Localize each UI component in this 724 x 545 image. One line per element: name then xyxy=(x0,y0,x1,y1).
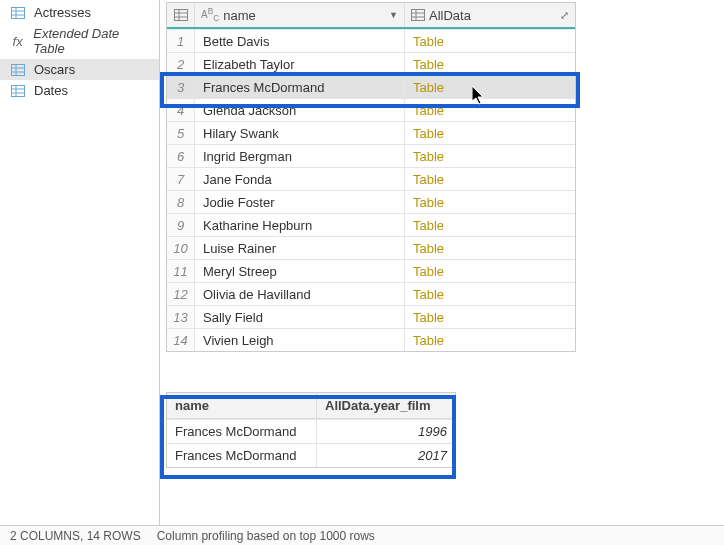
table-row[interactable]: 7 Jane Fonda Table xyxy=(167,167,575,190)
row-number: 11 xyxy=(167,260,195,282)
content-area: ABC name ▼ AllData ⤢ 1 Bette Davis Table xyxy=(160,0,724,525)
preview-cell-name: Frances McDormand xyxy=(167,419,317,443)
sidebar-item-dates[interactable]: Dates xyxy=(0,80,159,101)
table-row[interactable]: 6 Ingrid Bergman Table xyxy=(167,144,575,167)
table-row[interactable]: 13 Sally Field Table xyxy=(167,305,575,328)
text-type-icon: ABC xyxy=(201,6,219,23)
column-label: AllData xyxy=(429,8,471,23)
table-row[interactable]: 9 Katharine Hepburn Table xyxy=(167,213,575,236)
table-row[interactable]: 1 Bette Davis Table xyxy=(167,29,575,52)
table-row[interactable]: 5 Hilary Swank Table xyxy=(167,121,575,144)
queries-sidebar: Actresses fx Extended Date Table Oscars … xyxy=(0,0,160,525)
cell-alldata[interactable]: Table xyxy=(405,329,575,351)
sidebar-item-label: Extended Date Table xyxy=(33,26,149,56)
svg-rect-8 xyxy=(12,85,25,96)
sidebar-item-oscars[interactable]: Oscars xyxy=(0,59,159,80)
table-icon xyxy=(10,63,26,77)
cell-name[interactable]: Luise Rainer xyxy=(195,237,405,259)
table-icon xyxy=(10,84,26,98)
row-number: 9 xyxy=(167,214,195,236)
preview-cell-year: 2017 xyxy=(317,443,455,467)
cell-alldata[interactable]: Table xyxy=(405,30,575,52)
cell-name[interactable]: Vivien Leigh xyxy=(195,329,405,351)
cell-alldata[interactable]: Table xyxy=(405,283,575,305)
row-number: 4 xyxy=(167,99,195,121)
preview-row[interactable]: Frances McDormand 2017 xyxy=(167,443,455,467)
preview-cell-year: 1996 xyxy=(317,419,455,443)
svg-rect-4 xyxy=(12,64,25,75)
status-bar: 2 COLUMNS, 14 ROWS Column profiling base… xyxy=(0,525,724,545)
table-type-icon xyxy=(411,9,425,21)
row-number: 6 xyxy=(167,145,195,167)
cell-name[interactable]: Ingrid Bergman xyxy=(195,145,405,167)
cell-name[interactable]: Jane Fonda xyxy=(195,168,405,190)
table-row[interactable]: 4 Glenda Jackson Table xyxy=(167,98,575,121)
preview-header-row: name AllData.year_film xyxy=(167,393,455,419)
sidebar-item-label: Oscars xyxy=(34,62,75,77)
cell-name[interactable]: Glenda Jackson xyxy=(195,99,405,121)
preview-table: name AllData.year_film Frances McDormand… xyxy=(166,392,456,468)
cell-name[interactable]: Jodie Foster xyxy=(195,191,405,213)
preview-header-name[interactable]: name xyxy=(167,393,317,419)
expand-icon[interactable]: ⤢ xyxy=(560,9,569,22)
cell-alldata[interactable]: Table xyxy=(405,191,575,213)
cell-name[interactable]: Sally Field xyxy=(195,306,405,328)
row-number: 5 xyxy=(167,122,195,144)
row-number: 1 xyxy=(167,30,195,52)
data-grid: ABC name ▼ AllData ⤢ 1 Bette Davis Table xyxy=(166,2,576,352)
cell-name[interactable]: Katharine Hepburn xyxy=(195,214,405,236)
table-icon xyxy=(10,6,26,20)
row-number: 3 xyxy=(167,76,195,98)
cell-name[interactable]: Olivia de Havilland xyxy=(195,283,405,305)
row-number: 12 xyxy=(167,283,195,305)
sidebar-item-label: Actresses xyxy=(34,5,91,20)
row-number: 13 xyxy=(167,306,195,328)
preview-row[interactable]: Frances McDormand 1996 xyxy=(167,419,455,443)
row-number: 14 xyxy=(167,329,195,351)
row-number: 8 xyxy=(167,191,195,213)
sidebar-item-extended-date-table[interactable]: fx Extended Date Table xyxy=(0,23,159,59)
row-number: 10 xyxy=(167,237,195,259)
dropdown-icon[interactable]: ▼ xyxy=(389,10,398,20)
table-icon xyxy=(174,9,188,21)
cell-alldata[interactable]: Table xyxy=(405,53,575,75)
fx-icon: fx xyxy=(10,34,25,48)
cell-name[interactable]: Bette Davis xyxy=(195,30,405,52)
row-number: 7 xyxy=(167,168,195,190)
status-profiling: Column profiling based on top 1000 rows xyxy=(157,529,375,543)
column-header-alldata[interactable]: AllData ⤢ xyxy=(405,3,575,27)
table-row[interactable]: 2 Elizabeth Taylor Table xyxy=(167,52,575,75)
status-columns-rows: 2 COLUMNS, 14 ROWS xyxy=(10,529,141,543)
preview-header-year[interactable]: AllData.year_film xyxy=(317,393,455,419)
svg-rect-0 xyxy=(12,7,25,18)
cell-name[interactable]: Elizabeth Taylor xyxy=(195,53,405,75)
grid-header-row: ABC name ▼ AllData ⤢ xyxy=(167,3,575,29)
column-header-name[interactable]: ABC name ▼ xyxy=(195,3,405,27)
table-row[interactable]: 11 Meryl Streep Table xyxy=(167,259,575,282)
cell-name[interactable]: Frances McDormand xyxy=(195,76,405,98)
table-row[interactable]: 8 Jodie Foster Table xyxy=(167,190,575,213)
cell-alldata[interactable]: Table xyxy=(405,76,575,98)
preview-cell-name: Frances McDormand xyxy=(167,443,317,467)
row-index-header[interactable] xyxy=(167,3,195,27)
sidebar-item-actresses[interactable]: Actresses xyxy=(0,2,159,23)
svg-rect-12 xyxy=(174,10,187,21)
svg-rect-16 xyxy=(412,10,425,21)
cell-alldata[interactable]: Table xyxy=(405,237,575,259)
cell-name[interactable]: Hilary Swank xyxy=(195,122,405,144)
table-row[interactable]: 14 Vivien Leigh Table xyxy=(167,328,575,351)
cell-alldata[interactable]: Table xyxy=(405,122,575,144)
row-number: 2 xyxy=(167,53,195,75)
cell-alldata[interactable]: Table xyxy=(405,168,575,190)
cell-alldata[interactable]: Table xyxy=(405,214,575,236)
cell-name[interactable]: Meryl Streep xyxy=(195,260,405,282)
cell-alldata[interactable]: Table xyxy=(405,306,575,328)
cell-alldata[interactable]: Table xyxy=(405,99,575,121)
cell-alldata[interactable]: Table xyxy=(405,260,575,282)
column-label: name xyxy=(223,8,256,23)
cell-alldata[interactable]: Table xyxy=(405,145,575,167)
table-row-selected[interactable]: 3 Frances McDormand Table xyxy=(167,75,575,98)
table-row[interactable]: 12 Olivia de Havilland Table xyxy=(167,282,575,305)
table-row[interactable]: 10 Luise Rainer Table xyxy=(167,236,575,259)
sidebar-item-label: Dates xyxy=(34,83,68,98)
